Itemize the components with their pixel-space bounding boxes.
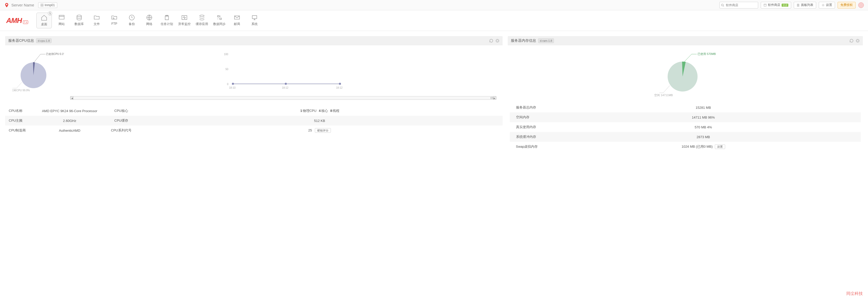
svg-line-6 [723,6,724,6]
clock-icon [128,14,135,21]
cpu-used-label: 已使用CPU 0.1% [46,53,64,56]
nav-label: 网络 [146,22,152,26]
ram-panel-title: 服务器内存信息 [511,38,536,43]
pulse-icon [181,14,188,21]
ram-used-lbl2: 真实使用内存 [516,125,552,129]
ram-panel-head: 服务器内存信息 d-ram-1.8 [508,36,863,45]
cpu-line-chart: 100 50 0 18:10 18:12 18:12 [70,49,496,93]
ram-info-rows: 服务器总内存15281 MB 空闲内存14711 MB 96% 真实使用内存57… [510,103,861,152]
table-row: Swap虚拟内存1024 MB (已用0 MB)设置 [510,142,861,152]
grid-icon [40,4,43,7]
ram-panel-tag[interactable]: d-ram-1.8 [538,38,554,43]
panels-button[interactable]: 面板列表 [794,2,816,8]
refresh-icon[interactable] [489,39,493,43]
location-pin-icon [4,3,9,8]
svg-text:0: 0 [227,83,228,86]
benchmark-button[interactable]: 硬核评分 [315,128,331,133]
ram-pie-chart: 已使用 570MB 空闲 14711MB [510,49,861,98]
window-icon [58,14,65,21]
home-icon [41,14,48,21]
ram-total-val: 15281 MB [552,106,855,109]
globe-icon [146,14,153,21]
table-row: 空闲内存14711 MB 96% [510,112,861,122]
nav-badge: 5 [48,11,52,15]
ram-panel: 服务器内存信息 d-ram-1.8 已使用 570MB 空闲 14711MB [508,36,863,156]
gear-icon [822,4,825,7]
nav-item-5[interactable]: 备份 [124,13,140,28]
svg-text:50: 50 [225,68,228,71]
cpu-pie-chart: 已使用CPU 0.1% 空闲CPU 99.9% [12,49,64,97]
cpu-freq-lbl: CPU主频 [5,116,33,126]
scroll-left-icon[interactable]: ◀ [70,96,73,99]
close-icon[interactable] [856,39,860,43]
brand-name: AMH [6,16,22,25]
chart-scrollbar[interactable]: ◀ ▶ [70,96,496,100]
nav-item-10[interactable]: 数据同步 [212,13,227,28]
brand-logo[interactable]: AMH 7.1 [6,16,28,25]
cpu-freq-val: 2.60GHz [33,116,106,126]
panels-label: 面板列表 [801,3,813,7]
ram-used-val: 570 MB 4% [552,125,855,129]
svg-line-30 [663,86,670,93]
nav-item-12[interactable]: 系统 [247,13,262,28]
cpu-cache-lbl: CPU缓存 [106,116,137,126]
cpu-line-chart-wrap: 100 50 0 18:10 18:12 18:12 ◀ ▶ [70,49,500,100]
navbar: AMH 7.1 桌面5网站数据库文件FTP备份网络任务计划异常监控缓存应用数据同… [0,10,868,31]
nav-label: 数据库 [74,22,84,26]
svg-point-8 [823,4,824,6]
ram-free-val: 14711 MB 96% [552,115,855,119]
nav-label: 文件 [94,22,100,26]
refresh-icon[interactable] [849,39,854,43]
nav-label: 系统 [251,22,258,26]
settings-button[interactable]: 设置 [819,2,835,8]
env-tag[interactable]: lnmp01 [38,2,57,8]
cpu-panel-title: 服务器CPU信息 [8,38,34,43]
scroll-right-icon[interactable]: ▶ [493,96,496,99]
nav-item-8[interactable]: 异常监控 [177,13,192,28]
cpu-vendor-val: AuthenticAMD [33,126,106,135]
ram-free-lbl: 空闲内存 [516,115,552,120]
store-count-badge: 112 [782,4,788,7]
nav-item-6[interactable]: 网络 [142,13,157,28]
svg-point-5 [721,4,723,6]
nav-item-4[interactable]: FTP [106,13,122,28]
list-icon [797,4,800,7]
avatar[interactable] [858,2,864,8]
ram-cache-lbl: 系统缓冲内存 [516,135,552,139]
cpu-panel-head: 服务器CPU信息 d-cpu-1.8 [5,36,503,45]
nav-item-3[interactable]: 文件 [89,13,104,28]
svg-line-28 [684,54,692,62]
nav-item-9[interactable]: 缓存应用 [194,13,210,28]
store-button[interactable]: 软件商店 112 [761,2,791,8]
nav-item-11[interactable]: 邮局 [229,13,245,28]
nav-item-0[interactable]: 桌面5 [36,13,52,28]
auth-button[interactable]: 免费授权 [838,2,856,8]
scroll-thumb[interactable] [491,97,493,99]
brand-version: 7.1 [23,20,28,24]
search-input[interactable] [719,2,758,8]
clipboard-icon [163,14,170,21]
ram-idle-label: 空闲 14711MB [654,94,673,97]
nav-item-1[interactable]: 网站 [54,13,69,28]
nav-label: 数据同步 [213,22,226,26]
svg-text:18:10: 18:10 [229,86,236,89]
nav-label: 桌面 [41,22,47,27]
close-icon[interactable] [495,39,499,43]
table-row: CPU名称 AMD EPYC 9K24 96-Core Processor CP… [5,106,503,116]
cpu-cache-val: 512 KB [137,116,503,126]
table-row: CPU制造商 AuthenticAMD CPU系列代号 25 硬核评分 [5,126,503,135]
nav-item-7[interactable]: 任务计划 [159,13,175,28]
ram-used-label: 已使用 570MB [698,52,716,56]
cpu-name-lbl: CPU名称 [5,106,33,116]
svg-rect-3 [40,5,42,7]
cpu-vendor-lbl: CPU制造商 [5,126,33,135]
swap-settings-button[interactable]: 设置 [715,144,725,149]
ram-swap-lbl: Swap虚拟内存 [516,144,552,149]
cpu-series-val: 25 硬核评分 [137,126,503,135]
ftp-icon [111,14,118,21]
svg-text:100: 100 [224,53,228,56]
cpu-info-table: CPU名称 AMD EPYC 9K24 96-Core Processor CP… [5,106,503,135]
cpu-series-lbl: CPU系列代号 [106,126,137,135]
cpu-panel-tag[interactable]: d-cpu-1.8 [36,38,52,43]
nav-item-2[interactable]: 数据库 [71,13,87,28]
